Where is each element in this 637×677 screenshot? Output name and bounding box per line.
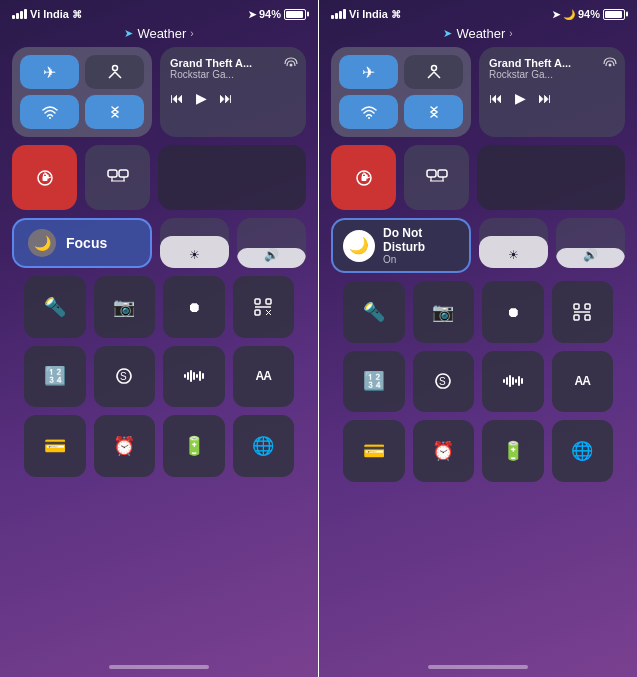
svg-rect-17 xyxy=(190,370,192,382)
right-clock-button[interactable]: ⏰ xyxy=(413,420,475,482)
record-button[interactable]: ⏺ xyxy=(163,276,225,338)
text-size-button[interactable]: AA xyxy=(233,346,295,408)
svg-rect-6 xyxy=(108,170,117,177)
volume-slider[interactable]: 🔊 xyxy=(237,218,306,268)
right-dark-mode-button[interactable]: 🌐 xyxy=(552,420,614,482)
right-sound-recognition-button[interactable] xyxy=(482,351,544,413)
left-status-bar: Vi India ⌘ ➤ 94% xyxy=(0,0,318,24)
airdrop-toggle[interactable] xyxy=(85,55,144,89)
right-battery-widget-button[interactable]: 🔋 xyxy=(482,420,544,482)
dark-mode-button[interactable]: 🌐 xyxy=(233,415,295,477)
right-record-button[interactable]: ⏺ xyxy=(482,281,544,343)
right-scan-button[interactable] xyxy=(552,281,614,343)
right-text-size-button[interactable]: AA xyxy=(552,351,614,413)
right-camera-button[interactable]: 📷 xyxy=(413,281,475,343)
right-media-title: Grand Theft A... xyxy=(489,57,615,69)
wifi-toggle[interactable] xyxy=(20,95,79,129)
right-weather-chevron-icon: › xyxy=(509,28,512,39)
right-media-controls: ⏮ ▶ ⏭ xyxy=(489,90,615,106)
right-weather-bar[interactable]: ➤ Weather › xyxy=(319,24,637,47)
right-icon-row-1: 🔦 📷 ⏺ xyxy=(331,281,625,343)
right-status-left: Vi India ⌘ xyxy=(331,8,401,20)
dark-placeholder xyxy=(158,145,306,210)
left-status-right: ➤ 94% xyxy=(248,8,306,20)
right-calculator-button[interactable]: 🔢 xyxy=(343,351,405,413)
right-rewind-button[interactable]: ⏮ xyxy=(489,90,503,106)
dnd-button[interactable]: 🌙 Do Not Disturb On xyxy=(331,218,471,273)
wallet-button[interactable]: 💳 xyxy=(24,415,86,477)
right-play-button[interactable]: ▶ xyxy=(515,90,526,106)
right-brightness-slider[interactable]: ☀ xyxy=(479,218,548,268)
screen-mirror-button[interactable] xyxy=(85,145,150,210)
svg-rect-27 xyxy=(362,174,365,177)
focus-moon-icon: 🌙 xyxy=(28,229,56,257)
right-wifi-toggle[interactable] xyxy=(339,95,398,129)
signal-bar-2 xyxy=(16,13,19,19)
right-wallet-button[interactable]: 💳 xyxy=(343,420,405,482)
svg-rect-8 xyxy=(255,299,260,304)
right-fastforward-button[interactable]: ⏭ xyxy=(538,90,552,106)
bluetooth-toggle[interactable] xyxy=(85,95,144,129)
right-flashlight-button[interactable]: 🔦 xyxy=(343,281,405,343)
right-airdrop-toggle[interactable] xyxy=(404,55,463,89)
battery-widget-button[interactable]: 🔋 xyxy=(163,415,225,477)
right-panel: Vi India ⌘ ➤ 🌙 94% ➤ Weather › ✈ xyxy=(319,0,637,677)
wifi-status-icon: ⌘ xyxy=(72,9,82,20)
right-airplane-toggle[interactable]: ✈ xyxy=(339,55,398,89)
right-shazam-button[interactable]: S xyxy=(413,351,475,413)
right-row-3: 🌙 Do Not Disturb On ☀ 🔊 xyxy=(331,218,625,273)
svg-rect-16 xyxy=(187,372,189,380)
right-signal-bar-4 xyxy=(343,9,346,19)
sound-recognition-button[interactable] xyxy=(163,346,225,408)
focus-label: Focus xyxy=(66,235,107,251)
media-subtitle: Rockstar Ga... xyxy=(170,69,296,80)
battery-percent: 94% xyxy=(259,8,281,20)
fastforward-button[interactable]: ⏭ xyxy=(219,90,233,106)
shazam-button[interactable]: S xyxy=(94,346,156,408)
svg-rect-34 xyxy=(585,315,590,320)
right-location-icon: ➤ xyxy=(552,9,560,20)
svg-rect-38 xyxy=(509,375,511,387)
svg-rect-9 xyxy=(266,299,271,304)
flashlight-button[interactable]: 🔦 xyxy=(24,276,86,338)
calculator-button[interactable]: 🔢 xyxy=(24,346,86,408)
svg-rect-18 xyxy=(193,372,195,380)
svg-rect-30 xyxy=(574,304,579,309)
media-controls: ⏮ ▶ ⏭ xyxy=(170,90,296,106)
scan-button[interactable] xyxy=(233,276,295,338)
svg-rect-37 xyxy=(506,377,508,385)
left-icon-row-2: 🔢 S AA xyxy=(12,346,306,408)
signal-bars xyxy=(12,9,27,19)
right-bluetooth-toggle[interactable] xyxy=(404,95,463,129)
left-home-indicator xyxy=(109,665,209,669)
rewind-button[interactable]: ⏮ xyxy=(170,90,184,106)
right-battery-indicator xyxy=(603,9,625,20)
clock-button[interactable]: ⏰ xyxy=(94,415,156,477)
right-signal-bar-3 xyxy=(339,11,342,19)
svg-rect-15 xyxy=(184,374,186,378)
right-rotation-lock-button[interactable] xyxy=(331,145,396,210)
svg-rect-39 xyxy=(512,377,514,385)
dnd-moon-icon: 🌙 xyxy=(343,230,375,262)
svg-rect-32 xyxy=(574,315,579,320)
airplane-toggle[interactable]: ✈ xyxy=(20,55,79,89)
right-signal-bar-2 xyxy=(335,13,338,19)
rotation-lock-button[interactable] xyxy=(12,145,77,210)
right-volume-slider[interactable]: 🔊 xyxy=(556,218,625,268)
media-title: Grand Theft A... xyxy=(170,57,296,69)
brightness-slider[interactable]: ☀ xyxy=(160,218,229,268)
right-brightness-icon: ☀ xyxy=(508,248,519,262)
battery-fill xyxy=(286,11,303,18)
left-weather-bar[interactable]: ➤ Weather › xyxy=(0,24,318,47)
right-media-block: Grand Theft A... Rockstar Ga... ⏮ ▶ ⏭ xyxy=(479,47,625,137)
camera-button[interactable]: 📷 xyxy=(94,276,156,338)
left-cc-container: ✈ xyxy=(0,47,318,477)
right-screen-mirror-button[interactable] xyxy=(404,145,469,210)
right-status-bar: Vi India ⌘ ➤ 🌙 94% xyxy=(319,0,637,24)
left-icon-row-3: 💳 ⏰ 🔋 🌐 xyxy=(12,415,306,477)
signal-bar-1 xyxy=(12,15,15,19)
play-button[interactable]: ▶ xyxy=(196,90,207,106)
focus-button[interactable]: 🌙 Focus xyxy=(12,218,152,268)
svg-rect-40 xyxy=(515,379,517,383)
svg-point-2 xyxy=(290,64,293,67)
